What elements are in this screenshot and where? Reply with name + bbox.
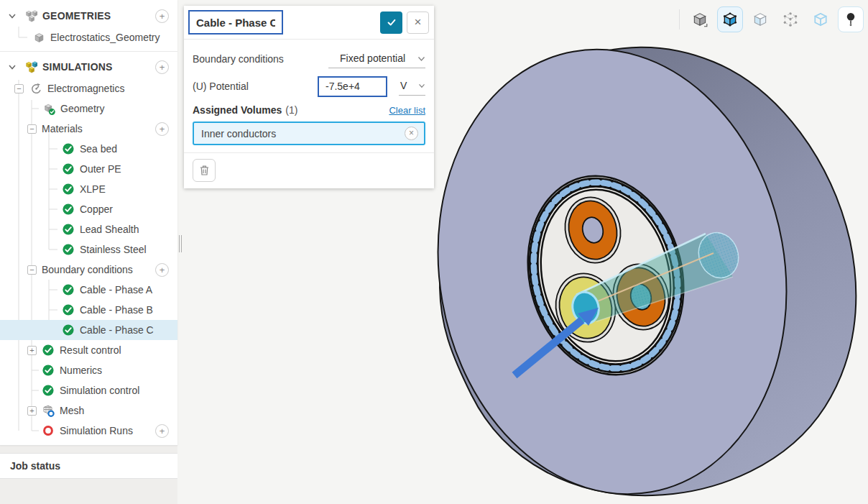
tree-item-label: Electrostatics_Geometry bbox=[50, 32, 160, 43]
tree-item-geometries[interactable]: GEOMETRIES+ bbox=[0, 4, 177, 27]
tree-item-label: Mesh bbox=[60, 405, 84, 416]
check-circle-icon bbox=[62, 162, 75, 175]
trash-icon bbox=[199, 165, 210, 176]
tree-item-label: Simulation control bbox=[60, 385, 139, 396]
confirm-button[interactable] bbox=[380, 12, 402, 34]
tree-item-simulation-runs[interactable]: Simulation Runs+ bbox=[0, 421, 177, 441]
view-wireframe-icon bbox=[812, 11, 829, 28]
boundary-condition-type-select[interactable]: Fixed potential bbox=[328, 50, 425, 68]
remove-chip-icon[interactable]: × bbox=[405, 127, 418, 140]
plus-expand-box[interactable]: + bbox=[27, 406, 37, 416]
panel-resize-handle[interactable] bbox=[179, 235, 183, 252]
view-shaded-edges-button[interactable] bbox=[717, 6, 743, 32]
view-solid-cube-button[interactable] bbox=[687, 6, 713, 32]
add-button[interactable]: + bbox=[155, 60, 169, 74]
potential-unit-select[interactable]: V bbox=[399, 77, 425, 96]
potential-value-input[interactable] bbox=[318, 76, 387, 97]
toolbar-separator bbox=[679, 9, 680, 29]
tree-item-label: Materials bbox=[42, 123, 83, 134]
tree-item-label: GEOMETRIES bbox=[42, 10, 111, 22]
check-circle-icon bbox=[62, 223, 75, 236]
tree-item-label: Lead Shealth bbox=[80, 224, 139, 235]
ring-red-icon bbox=[42, 424, 55, 437]
field-label: (U) Potential bbox=[193, 81, 249, 92]
tree-item-numerics[interactable]: Numerics bbox=[0, 360, 177, 380]
tree-item-simulations[interactable]: SIMULATIONS+ bbox=[0, 55, 177, 78]
assigned-volume-chip[interactable]: Inner conductors× bbox=[193, 122, 425, 145]
add-button[interactable]: + bbox=[155, 122, 169, 136]
tree-item-materials[interactable]: −Materials+ bbox=[0, 119, 177, 139]
boundary-condition-panel: × Boundary conditions Fixed potential (U… bbox=[184, 6, 434, 188]
tree-item-simulation-control[interactable]: Simulation control bbox=[0, 380, 177, 400]
add-button[interactable]: + bbox=[155, 424, 169, 438]
tree-item-bc-cable-phase-a[interactable]: Cable - Phase A bbox=[0, 280, 177, 300]
add-button[interactable]: + bbox=[155, 9, 169, 23]
tree-item-label: Electromagnetics bbox=[47, 83, 124, 94]
check-circle-icon bbox=[42, 344, 55, 357]
sidebar-tree: GEOMETRIES+Electrostatics_GeometrySIMULA… bbox=[0, 4, 177, 441]
chevron-down-icon[interactable] bbox=[7, 62, 17, 72]
chevron-down-icon[interactable] bbox=[7, 11, 17, 21]
check-circle-icon bbox=[62, 142, 75, 155]
tree-item-material-sea-bed[interactable]: Sea bed bbox=[0, 139, 177, 159]
tree-item-geometry[interactable]: Geometry bbox=[0, 98, 177, 119]
view-shaded-edges-icon bbox=[721, 11, 739, 28]
tree-item-label: Cable - Phase C bbox=[80, 324, 154, 336]
cubes-colored-icon bbox=[24, 60, 37, 73]
chevron-down-icon bbox=[417, 56, 425, 62]
tree-item-material-outer-pe[interactable]: Outer PE bbox=[0, 159, 177, 179]
tree-item-bc-cable-phase-c[interactable]: Cable - Phase C bbox=[0, 320, 177, 340]
tree-item-label: Boundary conditions bbox=[42, 264, 133, 275]
view-vertices-button[interactable] bbox=[777, 6, 803, 32]
bc-name-input[interactable] bbox=[188, 10, 283, 35]
add-button[interactable]: + bbox=[155, 263, 169, 277]
tree-item-label: XLPE bbox=[80, 183, 106, 195]
tree-item-label: Numerics bbox=[60, 365, 102, 376]
tree-item-electromagnetics[interactable]: −Electromagnetics bbox=[0, 78, 177, 98]
tree-section-divider bbox=[0, 51, 177, 52]
tree-item-electrostatics-geometry[interactable]: Electrostatics_Geometry bbox=[0, 27, 177, 47]
chip-label: Inner conductors bbox=[201, 128, 276, 139]
view-wireframe-button[interactable] bbox=[808, 6, 834, 32]
gauge-icon bbox=[30, 83, 42, 95]
tree-item-bc-cable-phase-b[interactable]: Cable - Phase B bbox=[0, 300, 177, 320]
mesh-icon bbox=[42, 404, 55, 417]
tree-item-label: Sea bed bbox=[80, 143, 117, 155]
tree-item-material-lead-shealth[interactable]: Lead Shealth bbox=[0, 219, 177, 239]
tree-item-label: Cable - Phase A bbox=[80, 284, 152, 295]
clear-list-link[interactable]: Clear list bbox=[389, 105, 425, 116]
view-vertices-icon bbox=[782, 11, 799, 28]
check-circle-icon bbox=[62, 203, 75, 216]
check-circle-icon bbox=[42, 384, 55, 397]
job-status-label: Job status bbox=[10, 460, 60, 472]
job-status-panel[interactable]: Job status bbox=[0, 453, 177, 479]
boundary-conditions-row: Boundary conditions Fixed potential bbox=[193, 45, 425, 73]
minus-expand-box[interactable]: − bbox=[14, 84, 24, 93]
delete-button[interactable] bbox=[193, 159, 216, 182]
assigned-volumes-label: Assigned Volumes bbox=[193, 104, 282, 116]
cube-gray-icon bbox=[33, 32, 45, 44]
tree-item-material-copper[interactable]: Copper bbox=[0, 199, 177, 219]
tree-item-label: Stainless Steel bbox=[80, 244, 147, 255]
tree-item-mesh[interactable]: +Mesh bbox=[0, 400, 177, 421]
chevron-down-icon bbox=[418, 83, 425, 88]
assigned-volumes-header: Assigned Volumes (1) Clear list bbox=[193, 104, 425, 116]
check-circle-icon bbox=[42, 364, 55, 377]
tree-item-material-xlpe[interactable]: XLPE bbox=[0, 179, 177, 199]
plus-expand-box[interactable]: + bbox=[27, 346, 37, 355]
view-surfaces-button[interactable] bbox=[747, 6, 773, 32]
minus-expand-box[interactable]: − bbox=[27, 265, 37, 275]
tree-item-label: Outer PE bbox=[80, 163, 121, 175]
project-tree: GEOMETRIES+Electrostatics_GeometrySIMULA… bbox=[0, 0, 177, 446]
tree-item-result-control[interactable]: +Result control bbox=[0, 340, 177, 360]
view-solid-cube-icon bbox=[691, 11, 708, 28]
close-button[interactable]: × bbox=[407, 12, 429, 34]
view-surfaces-icon bbox=[752, 11, 769, 28]
tree-item-material-stainless-steel[interactable]: Stainless Steel bbox=[0, 239, 177, 260]
minus-expand-box[interactable]: − bbox=[27, 124, 37, 134]
probe-pin-icon bbox=[842, 11, 859, 28]
tree-item-boundary-conditions[interactable]: −Boundary conditions+ bbox=[0, 260, 177, 280]
check-icon bbox=[386, 17, 397, 28]
probe-pin-button[interactable] bbox=[838, 6, 864, 32]
field-label: Boundary conditions bbox=[193, 53, 284, 65]
